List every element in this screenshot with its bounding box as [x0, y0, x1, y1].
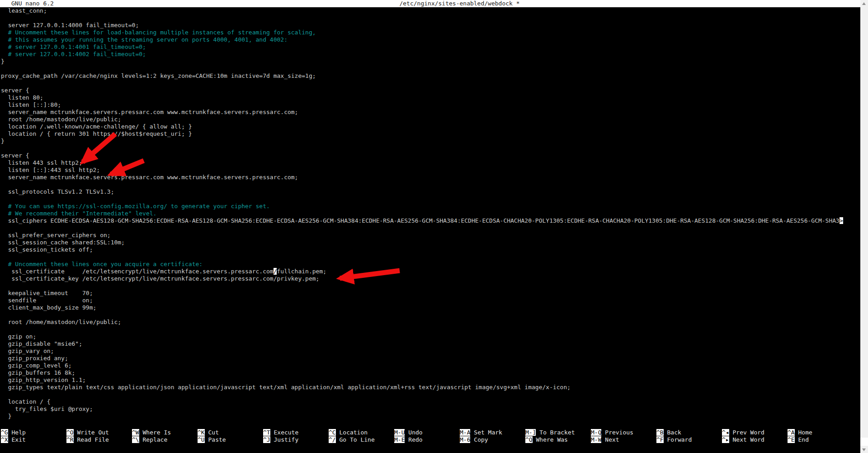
shortcut-key: ^K	[198, 429, 205, 436]
shortcut-replace: ^\ Replace	[132, 436, 198, 443]
editor-line	[1, 311, 859, 319]
shortcut-key: ^T	[263, 429, 270, 436]
shortcut-key: ^F	[656, 436, 664, 443]
editor-line: listen [::]:80;	[1, 101, 859, 109]
editor-line: gzip_types text/plain text/css applicati…	[1, 384, 859, 391]
editor-line: server {	[1, 152, 859, 159]
editor-line	[1, 181, 859, 188]
editor-line: gzip_proxied any;	[1, 355, 859, 362]
shortcut-key: M-Q	[591, 429, 601, 436]
shortcut-label: Execute	[270, 429, 299, 436]
editor-line: server_name mctrunkface.servers.pressarc…	[1, 109, 859, 116]
editor-line: # Uncomment these lines for load-balanci…	[1, 29, 859, 36]
nano-titlebar: GNU nano 6.2 /etc/nginx/sites-enabled/we…	[0, 0, 860, 7]
shortcut-label: Redo	[405, 436, 422, 443]
scroll-up-button[interactable]	[860, 0, 868, 7]
editor-line: # We recommend their "Intermediate" leve…	[1, 210, 859, 217]
editor-line	[1, 326, 859, 333]
shortcut-row: ^G Help^O Write Out^W Where Is^K Cut^T E…	[1, 429, 860, 436]
editor-line: listen 80;	[1, 94, 859, 101]
shortcut-help: ^G Help	[1, 429, 66, 436]
editor-line: # server 127.0.0.1:4002 fail_timeout=0;	[1, 51, 859, 58]
shortcut-end: ^E End	[788, 436, 853, 443]
shortcut-label: End	[795, 436, 809, 443]
shortcut-key: ^C	[329, 429, 336, 436]
shortcut-next: M-W Next	[591, 436, 656, 443]
editor-line: keepalive_timeout 70;	[1, 290, 859, 297]
shortcut-key: M-E	[394, 436, 405, 443]
editor-line: gzip_http_version 1.1;	[1, 377, 859, 384]
shortcut-key: ^B	[656, 429, 664, 436]
shortcut-justify: ^J Justify	[263, 436, 329, 443]
shortcut-forward: ^F Forward	[656, 436, 722, 443]
vertical-scrollbar[interactable]	[860, 0, 868, 453]
editor-line: gzip_buffers 16 8k;	[1, 369, 859, 377]
shortcut-label: Next Word	[729, 436, 764, 443]
shortcut-go-to-line: ^/ Go To Line	[329, 436, 394, 443]
shortcut-label: Location	[336, 429, 368, 436]
shortcut-label: Copy	[470, 436, 488, 443]
editor-line: gzip on;	[1, 333, 859, 340]
editor-line: server 127.0.0.1:4000 fail_timeout=0;	[1, 22, 859, 29]
line-overflow-marker: >	[840, 217, 843, 224]
shortcut-next-word: ^▸ Next Word	[722, 436, 788, 443]
shortcut-key: ^X	[1, 436, 8, 443]
shortcut-exit: ^X Exit	[1, 436, 66, 443]
editor-line: root /home/mastodon/live/public;	[1, 116, 859, 123]
shortcut-execute: ^T Execute	[263, 429, 329, 436]
shortcut-undo: M-U Undo	[394, 429, 460, 436]
editor-line: ssl_session_tickets off;	[1, 246, 859, 253]
shortcut-label: Exit	[8, 436, 26, 443]
editor-line	[1, 80, 859, 87]
shortcut-label: Go To Line	[336, 436, 375, 443]
shortcut-key: ^O	[66, 429, 74, 436]
shortcut-label: Help	[8, 429, 26, 436]
editor-line	[1, 196, 859, 203]
shortcut-label: Replace	[139, 436, 168, 443]
editor-line: root /home/mastodon/live/public;	[1, 319, 859, 326]
shortcut-label: Read File	[74, 436, 109, 443]
editor-line: }	[1, 58, 859, 65]
shortcut-key: ^Q	[525, 436, 533, 443]
editor-line: }	[1, 138, 859, 145]
shortcut-key: ^\	[132, 436, 139, 443]
editor-line: ssl_ciphers ECDHE-ECDSA-AES128-GCM-SHA25…	[1, 217, 859, 224]
editor-line: location / { return 301 https://$host$re…	[1, 130, 859, 138]
scrollbar-thumb[interactable]	[860, 438, 868, 446]
shortcut-label: Next	[601, 436, 619, 443]
shortcut-redo: M-E Redo	[394, 436, 460, 443]
editor-line: least_conn;	[1, 7, 859, 14]
scroll-down-arrow-icon	[862, 448, 866, 451]
editor-line: gzip_vary on;	[1, 348, 859, 355]
shortcut-label: Prev Word	[729, 429, 764, 436]
scroll-up-arrow-icon	[862, 2, 866, 5]
editor-line: # server 127.0.0.1:4001 fail_timeout=0;	[1, 43, 859, 51]
shortcut-label: Where Is	[139, 429, 171, 436]
editor-line: ssl_certificate_key /etc/letsencrypt/liv…	[1, 275, 859, 282]
terminal-window: GNU nano 6.2 /etc/nginx/sites-enabled/we…	[0, 0, 868, 453]
shortcut-key: ^E	[788, 436, 795, 443]
editor-content[interactable]: least_conn; server 127.0.0.1:4000 fail_t…	[1, 7, 859, 420]
nano-shortcut-bar: ^G Help^O Write Out^W Where Is^K Cut^T E…	[1, 429, 860, 443]
editor-line: gzip_disable "msie6";	[1, 340, 859, 348]
shortcut-key: ^/	[329, 436, 336, 443]
editor-line	[1, 145, 859, 152]
shortcut-previous: M-Q Previous	[591, 429, 656, 436]
shortcut-where-was: ^Q Where Was	[525, 436, 591, 443]
shortcut-label: Write Out	[74, 429, 109, 436]
shortcut-label: Where Was	[533, 436, 568, 443]
shortcut-home: ^A Home	[788, 429, 853, 436]
shortcut-label: Home	[795, 429, 812, 436]
editor-line: listen [::]:443 ssl http2;	[1, 167, 859, 174]
editor-line: server_name mctrunkface.servers.pressarc…	[1, 174, 859, 181]
scroll-down-button[interactable]	[860, 446, 868, 453]
editor-line: ssl_certificate /etc/letsencrypt/live/mc…	[1, 268, 859, 275]
shortcut-key: ^A	[788, 429, 795, 436]
shortcut-to-bracket: M-] To Bracket	[525, 429, 591, 436]
editor-line: try_files $uri @proxy;	[1, 405, 859, 413]
shortcut-label: Forward	[664, 436, 692, 443]
shortcut-location: ^C Location	[329, 429, 394, 436]
shortcut-key: M-]	[525, 429, 536, 436]
editor-line	[1, 14, 859, 22]
editor-line: # this assumes your running the streamin…	[1, 36, 859, 43]
